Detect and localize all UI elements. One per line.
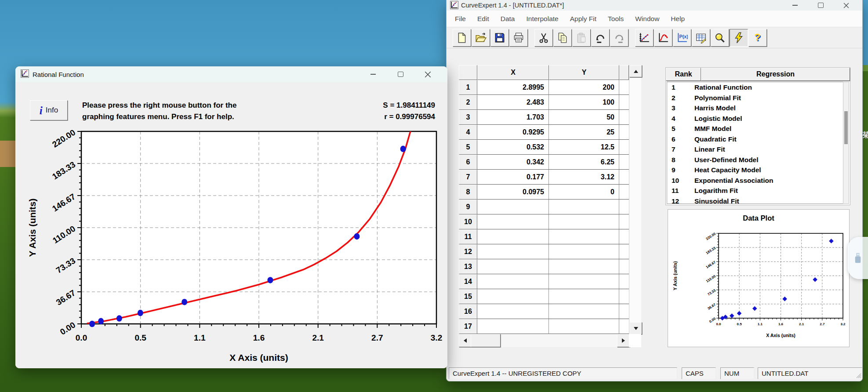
cell-x-5[interactable]: 0.532 xyxy=(477,140,549,155)
print-button[interactable] xyxy=(509,29,528,47)
cell-y-16[interactable] xyxy=(549,304,619,319)
cell-x-10[interactable] xyxy=(477,214,549,229)
cell-x-2[interactable]: 2.483 xyxy=(477,95,549,110)
linear-fit-button[interactable] xyxy=(635,29,654,47)
menu-file[interactable]: File xyxy=(449,11,472,27)
cell-x-15[interactable] xyxy=(477,289,549,304)
table-corner-cell[interactable] xyxy=(459,65,477,80)
cell-y-17[interactable] xyxy=(549,319,619,334)
main-titlebar[interactable]: CurveExpert 1.4 - [UNTITLED.DAT*] xyxy=(447,0,862,11)
cell-y-15[interactable] xyxy=(549,289,619,304)
scroll-down-button[interactable] xyxy=(629,322,642,334)
regression-item-2[interactable]: 2Polynomial Fit xyxy=(667,93,843,103)
row-header-2[interactable]: 2 xyxy=(459,95,477,110)
menu-data[interactable]: Data xyxy=(495,11,521,27)
cell-x-11[interactable] xyxy=(477,229,549,244)
row-header-8[interactable]: 8 xyxy=(459,185,477,200)
new-file-button[interactable] xyxy=(453,29,471,47)
row-header-1[interactable]: 1 xyxy=(459,80,477,95)
interpolate-button[interactable] xyxy=(692,29,710,47)
row-header-15[interactable]: 15 xyxy=(459,289,477,304)
cell-y-8[interactable]: 0 xyxy=(549,185,619,200)
cell-y-10[interactable] xyxy=(549,214,619,229)
scroll-right-button[interactable] xyxy=(617,334,630,347)
desktop-icon-label[interactable]: 菊 xyxy=(862,130,868,140)
cell-y-6[interactable]: 6.25 xyxy=(549,155,619,170)
cell-x-12[interactable] xyxy=(477,244,549,259)
scroll-up-button[interactable] xyxy=(629,65,642,77)
regression-item-10[interactable]: 10Exponential Association xyxy=(667,175,843,186)
regression-item-1[interactable]: 1Rational Function xyxy=(667,82,843,93)
polynomial-fit-button[interactable]: P(x) xyxy=(673,29,691,47)
column-header-x[interactable]: X xyxy=(477,65,549,80)
minimize-button[interactable] xyxy=(782,0,808,11)
undo-button[interactable] xyxy=(591,29,610,47)
scroll-left-button[interactable] xyxy=(459,334,472,347)
row-header-14[interactable]: 14 xyxy=(459,274,477,289)
row-header-12[interactable]: 12 xyxy=(459,244,477,259)
fit-window-titlebar[interactable]: Rational Function xyxy=(15,66,447,82)
quick-fit-button[interactable] xyxy=(730,29,748,47)
cell-x-4[interactable]: 0.9295 xyxy=(477,125,549,140)
cell-y-1[interactable]: 200 xyxy=(549,80,619,95)
regression-item-5[interactable]: 5MMF Model xyxy=(667,123,843,134)
row-header-7[interactable]: 7 xyxy=(459,170,477,185)
fit-plot-chart[interactable]: 0.00.000.536.671.173.331.6110.002.1146.6… xyxy=(15,123,447,368)
cell-y-2[interactable]: 100 xyxy=(549,95,619,110)
menu-interpolate[interactable]: Interpolate xyxy=(520,11,564,27)
row-header-17[interactable]: 17 xyxy=(459,319,477,334)
row-header-6[interactable]: 6 xyxy=(459,155,477,170)
fit-minimize-button[interactable] xyxy=(360,66,387,82)
cell-y-11[interactable] xyxy=(549,229,619,244)
regression-item-11[interactable]: 11Logarithm Fit xyxy=(667,185,843,196)
curve-fit-button[interactable] xyxy=(654,29,672,47)
cell-y-14[interactable] xyxy=(549,274,619,289)
menu-help[interactable]: Help xyxy=(665,11,690,27)
redo-button[interactable] xyxy=(610,29,628,47)
cell-x-16[interactable] xyxy=(477,304,549,319)
regression-item-6[interactable]: 6Quadratic Fit xyxy=(667,134,843,145)
hscroll-thumb[interactable] xyxy=(471,334,501,347)
row-header-5[interactable]: 5 xyxy=(459,140,477,155)
cell-x-7[interactable]: 0.177 xyxy=(477,170,549,185)
regression-scrollbar[interactable] xyxy=(843,82,849,204)
cell-y-13[interactable] xyxy=(549,259,619,274)
save-button[interactable] xyxy=(490,29,509,47)
regression-item-9[interactable]: 9Heat Capacity Model xyxy=(667,165,843,175)
row-header-16[interactable]: 16 xyxy=(459,304,477,319)
cell-x-6[interactable]: 0.342 xyxy=(477,155,549,170)
cell-x-17[interactable] xyxy=(477,319,549,334)
menu-tools[interactable]: Tools xyxy=(602,11,629,27)
table-horizontal-scrollbar[interactable] xyxy=(459,334,629,347)
row-header-3[interactable]: 3 xyxy=(459,110,477,125)
cell-y-4[interactable]: 25 xyxy=(549,125,619,140)
regression-scroll-thumb[interactable] xyxy=(844,111,848,144)
cut-button[interactable] xyxy=(534,29,553,47)
row-header-9[interactable]: 9 xyxy=(459,200,477,214)
row-header-4[interactable]: 4 xyxy=(459,125,477,140)
cell-x-9[interactable] xyxy=(477,200,549,214)
cell-x-14[interactable] xyxy=(477,274,549,289)
maximize-button[interactable] xyxy=(808,0,833,11)
cell-y-7[interactable]: 3.12 xyxy=(549,170,619,185)
cell-y-3[interactable]: 50 xyxy=(549,110,619,125)
cell-y-5[interactable]: 12.5 xyxy=(549,140,619,155)
cell-y-9[interactable] xyxy=(549,200,619,214)
cell-x-3[interactable]: 1.703 xyxy=(477,110,549,125)
row-header-10[interactable]: 10 xyxy=(459,214,477,229)
open-folder-button[interactable] xyxy=(472,29,490,47)
row-header-11[interactable]: 11 xyxy=(459,229,477,244)
regression-item-7[interactable]: 7Linear Fit xyxy=(667,144,843,155)
resize-grip[interactable] xyxy=(855,372,861,378)
cell-x-1[interactable]: 2.8995 xyxy=(477,80,549,95)
regression-item-8[interactable]: 8User-Defined Model xyxy=(667,155,843,165)
copy-button[interactable] xyxy=(553,29,572,47)
table-vertical-scrollbar[interactable] xyxy=(629,65,641,334)
menu-apply-fit[interactable]: Apply Fit xyxy=(564,11,602,27)
close-button[interactable] xyxy=(833,0,859,11)
fit-close-button[interactable] xyxy=(414,66,441,82)
regression-item-12[interactable]: 12Sinusoidal Fit xyxy=(667,196,843,204)
cell-x-8[interactable]: 0.0975 xyxy=(477,185,549,200)
fit-maximize-button[interactable] xyxy=(387,66,414,82)
floating-widget[interactable] xyxy=(848,237,868,279)
